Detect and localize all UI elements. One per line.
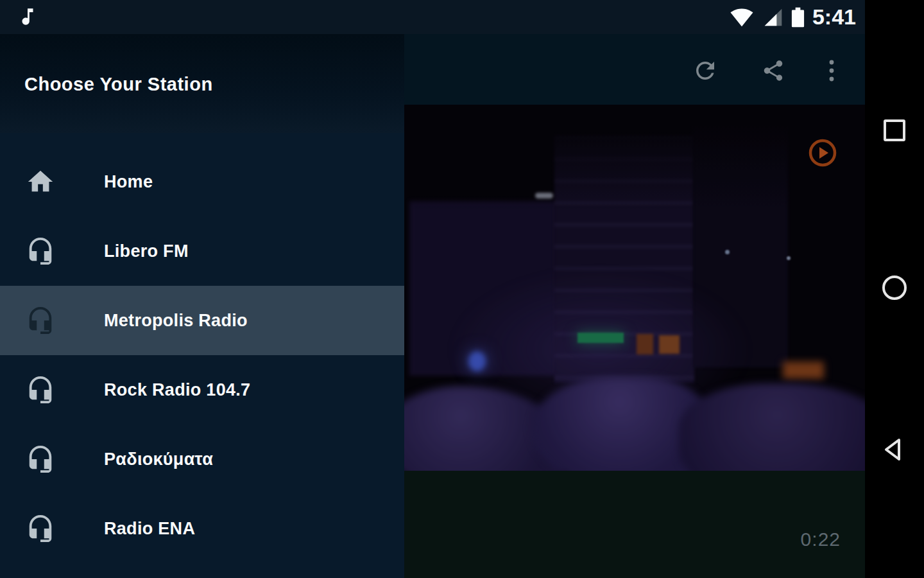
recents-square-icon[interactable]	[884, 119, 905, 141]
navigation-drawer: Choose Your Station Home Libero FM Metro…	[0, 34, 404, 578]
status-bar-right-cluster: 5:41	[728, 0, 856, 34]
refresh-icon[interactable]	[692, 57, 719, 87]
home-circle-icon[interactable]	[882, 276, 907, 300]
drawer-item-label: Rock Radio 104.7	[104, 380, 250, 400]
drawer-item-radiokymata[interactable]: Ραδιοκύματα	[0, 425, 404, 494]
scene-dim-overlay	[404, 105, 865, 471]
wifi-icon	[728, 6, 756, 29]
player-lower-area: 0:22	[404, 471, 865, 578]
player-toolbar	[404, 34, 865, 105]
drawer-item-radio-ena[interactable]: Radio ENA	[0, 494, 404, 563]
battery-icon	[791, 6, 805, 29]
status-time: 5:41	[812, 4, 856, 30]
headset-icon	[26, 444, 55, 474]
drawer-item-metropolis-radio[interactable]: Metropolis Radio	[0, 286, 404, 355]
drawer-item-label: Libero FM	[104, 241, 189, 261]
player-panel: 0:22	[404, 34, 865, 578]
cellular-signal-icon	[763, 7, 783, 28]
headset-icon	[26, 236, 55, 266]
station-list: Home Libero FM Metropolis Radio Rock Rad…	[0, 133, 404, 578]
system-nav-bar	[865, 0, 924, 578]
video-surface[interactable]	[404, 105, 865, 471]
drawer-title: Choose Your Station	[0, 34, 404, 95]
headset-icon	[26, 375, 55, 405]
app-screen: 5:41 Choose Your Station Home Libero FM	[0, 0, 924, 578]
drawer-item-label: Metropolis Radio	[104, 311, 248, 331]
overflow-menu-icon[interactable]	[823, 58, 841, 86]
drawer-item-rock-radio[interactable]: Rock Radio 104.7	[0, 355, 404, 425]
drawer-header: Choose Your Station	[0, 34, 404, 133]
back-triangle-icon[interactable]	[880, 435, 909, 464]
music-note-icon	[17, 6, 38, 28]
elapsed-time: 0:22	[801, 529, 841, 550]
drawer-item-label: Home	[104, 172, 153, 192]
headset-icon	[26, 306, 55, 335]
play-icon[interactable]	[808, 138, 837, 168]
house-icon	[26, 167, 55, 197]
headset-icon	[26, 514, 55, 543]
share-icon[interactable]	[761, 58, 785, 85]
drawer-item-home[interactable]: Home	[0, 147, 404, 216]
drawer-item-libero-fm[interactable]: Libero FM	[0, 216, 404, 286]
drawer-item-label: Ραδιοκύματα	[104, 450, 213, 469]
status-bar: 5:41	[0, 0, 865, 34]
drawer-item-label: Radio ENA	[104, 519, 195, 539]
